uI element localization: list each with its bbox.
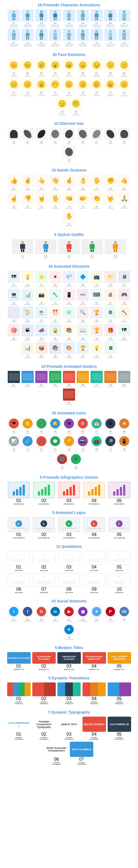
element-item-42: 💡 42 ELEMENT bbox=[90, 342, 103, 359]
holder-item-2: 02 HOLDER bbox=[21, 371, 34, 388]
char-grid: 01 CHARACTERANIMATION 02 C bbox=[1, 9, 137, 47]
element-item-10: 💻 10 ELEMENT bbox=[7, 289, 20, 306]
element-item-13: 🔧 13 ELEMENT bbox=[49, 289, 61, 306]
icon-item-12: 🎵 12 ICON bbox=[35, 435, 48, 452]
social-grid: t 01 TWITTER f 02 FACEBOOK bbox=[1, 606, 137, 640]
icon-item-5: ✉ 05 ICON bbox=[63, 417, 75, 434]
face-item-16: 😢 16 FACEEMOTION bbox=[90, 78, 103, 96]
hair-title: 10 Diferrent Hair bbox=[1, 121, 137, 126]
face-item-3: 😢 03 FACEEMOTION bbox=[35, 59, 48, 77]
title-item-2: SLIDESHOW PLACARD 02 MODERN TITLE bbox=[32, 652, 56, 670]
title-item-1: DYNAMIC PLACARD 01 MODERN TITLE bbox=[7, 652, 31, 670]
section-hands: 19 Hands Gestures 👍 01 GESTURE ✌️ bbox=[0, 165, 138, 230]
hand-item-13: 🖖 13 GESTURE bbox=[49, 192, 61, 209]
infographics-grid: 01 INFOGRAPHICS 02 INFOGRAPHICS bbox=[1, 482, 137, 505]
section-infographics: 5 Premade Infographics Scenes 01 INFOGRA… bbox=[0, 472, 138, 507]
quotation-item-1: “ 01 QUOTATION bbox=[7, 551, 31, 571]
infographic-item-3: 03 INFOGRAPHICS bbox=[57, 482, 81, 505]
hand-item-14: 🤜 14 GESTURE bbox=[63, 192, 75, 209]
hair-item-3: 03 HAIR bbox=[35, 128, 48, 145]
quotation-item-5: “ 05 QUOTATION bbox=[108, 551, 131, 571]
element-item-39: 📚 39 ELEMENT bbox=[49, 342, 61, 359]
holder-item-7: 07 HOLDER bbox=[90, 371, 103, 388]
title-item-4: PLACEHOLDER ANIMATION 04 MODERN TITLE bbox=[83, 652, 106, 670]
character-item-9: 09 CHARACTERANIMATION bbox=[118, 9, 131, 28]
typography-item-3: SIMPLE TEXT 03 DYNAMICTYPOGRAPHY bbox=[57, 717, 81, 740]
element-item-34: 🏆 34 ELEMENT bbox=[90, 324, 103, 341]
logo-item-1: L LOGO ANIMATION 01 LOGO ANIMATION bbox=[7, 517, 31, 539]
holder-item-9: 09 HOLDER bbox=[118, 371, 131, 388]
typography-item-4: DELETE SCENES 04 DYNAMICTYPOGRAPHY bbox=[83, 717, 106, 740]
section-typography: 7 Dynamic Typography [ DOLOREMSQUE ] 01 … bbox=[0, 707, 138, 768]
section-logos: 5 Animated Logos L LOGO ANIMATION 01 LOG… bbox=[0, 507, 138, 541]
face-item-19: 😏 19 FACEEMOTION bbox=[56, 98, 68, 116]
character-item-2: 02 CHARACTERANIMATION bbox=[21, 9, 34, 28]
title-item-5: FULL SCREEN ANIMATION 05 MODERN TITLE bbox=[108, 652, 131, 670]
element-item-18: 🎮 18 ELEMENT bbox=[118, 289, 131, 306]
logos-grid: L LOGO ANIMATION 01 LOGO ANIMATION L LOG… bbox=[1, 517, 137, 539]
character-item-7: 07 CHARACTERANIMATION bbox=[90, 9, 103, 28]
typography-grid: [ DOLOREMSQUE ] 01 DYNAMICTYPOGRAPHY Tem… bbox=[1, 717, 137, 765]
quotations-title: 10 Quotations bbox=[1, 544, 137, 549]
element-item-9: 🖥 09 ELEMENT bbox=[118, 271, 131, 287]
char-title: 18 Premade Character Animations bbox=[1, 3, 137, 7]
face-item-5: 😄 05 FACEEMOTION bbox=[63, 59, 75, 77]
element-item-33: 📖 33 ELEMENT bbox=[77, 324, 89, 341]
section-faces: 20 Face Emotions 😐 01 FACEEMOTION 😊 bbox=[0, 50, 138, 119]
section-outfits: 5 Stylish Outfits bbox=[0, 230, 138, 262]
icon-item-18: 📱 18 ICON bbox=[118, 435, 131, 452]
hair-item-10: 10 HAIR bbox=[63, 146, 75, 163]
social-title: 10 Social Networks bbox=[1, 599, 137, 603]
icon-item-17: 🔎 17 ICON bbox=[104, 435, 117, 452]
transitions-title: 5 Dynamic Transitions bbox=[1, 676, 137, 680]
element-item-5: 💎 05 ELEMENT bbox=[63, 271, 75, 287]
face-item-14: 😐 14 FACEEMOTION bbox=[63, 78, 75, 96]
holders-grid: 01 HOLDER 02 HOLDER bbox=[1, 371, 137, 405]
character-item-17: 17 CHARACTERANIMATION bbox=[104, 29, 117, 47]
typography-item-1: [ DOLOREMSQUE ] 01 DYNAMICTYPOGRAPHY bbox=[7, 717, 31, 740]
element-item-22: ⏰ 22 ELEMENT bbox=[49, 306, 61, 323]
element-item-26: ⚙ 26 ELEMENT bbox=[104, 306, 117, 323]
icon-item-11: 🔗 11 ICON bbox=[21, 435, 34, 452]
titles-title: 5 Modern Titles bbox=[1, 646, 137, 650]
icon-item-8: ⚙ 08 ICON bbox=[104, 417, 117, 434]
logos-title: 5 Animated Logos bbox=[1, 510, 137, 515]
character-item-4: 04 CHARACTERANIMATION bbox=[49, 9, 61, 28]
transitions-grid: 01 DYNAMICTRANSITION 02 DYNAMICTRANSITIO… bbox=[1, 682, 137, 705]
logo-item-2: L LOGO ANIMATION 02 LOGO ANIMATION bbox=[32, 517, 56, 539]
hand-item-9: 🤙 09 GESTURE bbox=[118, 175, 131, 191]
face-item-17: 😄 17 FACEEMOTION bbox=[104, 78, 117, 96]
social-item-3: G 03 GOOGLE+ bbox=[35, 606, 48, 622]
logo-item-5: L LOGO ANIMATION 05 LOGO ANIMATION bbox=[108, 517, 131, 539]
hair-item-4: 04 HAIR bbox=[49, 128, 61, 145]
hand-item-8: ✊ 08 GESTURE bbox=[104, 175, 117, 191]
transition-item-5: 05 DYNAMICTRANSITION bbox=[108, 682, 131, 705]
icon-item-16: 💼 16 ICON bbox=[90, 435, 103, 452]
character-item-12: 12 CHARACTERANIMATION bbox=[35, 29, 48, 47]
character-item-10: 10 CHARACTERANIMATION bbox=[7, 29, 20, 47]
quotation-item-2: “ 02 QUOTATION bbox=[32, 551, 56, 571]
typography-item-6: WANT ELEGANT TYPOGRAPHY 06 DYNAMICTYPOGR… bbox=[45, 742, 68, 765]
element-item-16: ⌨ 16 ELEMENT bbox=[90, 289, 103, 306]
social-item-5: ▶ 05 YOUTUBE bbox=[63, 606, 75, 622]
hand-item-18: 🙏 18 GESTURE bbox=[118, 192, 131, 209]
character-item-5: 05 CHARACTERANIMATION bbox=[63, 9, 75, 28]
element-item-14: 📱 14 ELEMENT bbox=[63, 289, 75, 306]
infographic-item-1: 01 INFOGRAPHICS bbox=[7, 482, 31, 505]
character-item-15: 15 CHARACTERANIMATION bbox=[77, 29, 89, 47]
holder-item-1: 01 HOLDER bbox=[7, 371, 20, 388]
outfits-title: 5 Stylish Outfits bbox=[1, 232, 137, 237]
hand-item-19: ✋ 19 GESTURE bbox=[63, 210, 75, 227]
infographics-title: 5 Premade Infographics Scenes bbox=[1, 475, 137, 479]
hand-item-1: 👍 01 GESTURE bbox=[7, 175, 20, 191]
character-item-18: 18 CHARACTERANIMATION bbox=[118, 29, 131, 47]
hands-title: 19 Hands Gestures bbox=[1, 168, 137, 172]
logo-item-3: L LOGO ANIMATION 03 LOGO ANIMATION bbox=[57, 517, 81, 539]
icon-item-2: ⭐ 02 ICON bbox=[21, 417, 34, 434]
element-item-7: 📺 07 ELEMENT bbox=[90, 271, 103, 287]
element-item-37: 📊 37 ELEMENT bbox=[21, 342, 34, 359]
social-item-10: ✈ 10 TELEGRAM bbox=[63, 623, 75, 640]
icon-item-20: ✓ 20 ICON bbox=[70, 453, 82, 470]
element-item-40: 🎨 40 ELEMENT bbox=[63, 342, 75, 359]
outfit-item-4: 04 OUTFIT bbox=[81, 239, 103, 259]
